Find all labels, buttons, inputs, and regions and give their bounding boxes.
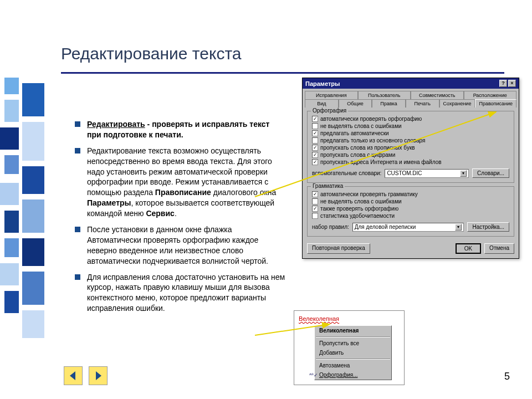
tab-spelling[interactable]: Правописание [475, 99, 516, 108]
next-slide-button[interactable] [89, 366, 108, 385]
ctx-spelling[interactable]: ᴬᴮ✓ Орфография... [315, 370, 391, 380]
bullet-icon [75, 148, 80, 154]
tab-view[interactable]: Вид [305, 99, 339, 108]
group-spelling: Орфография ✓автоматически проверять орфо… [307, 111, 514, 183]
ctx-ignore-all[interactable]: Пропустить все [315, 339, 391, 348]
tab-general[interactable]: Общие [339, 99, 372, 108]
tab-print[interactable]: Печать [406, 99, 439, 108]
arrow-right-icon [93, 370, 104, 381]
bullet-item: После установки в данном окне флажка Авт… [75, 224, 285, 267]
help-icon[interactable]: ? [499, 80, 507, 87]
checkbox[interactable]: ✓ [312, 130, 318, 136]
spellcheck-context: Велеколепная Великолепная Пропустить все… [294, 310, 405, 385]
page-number: 5 [504, 371, 510, 382]
bullet-list: Редактировать - проверять и исправлять т… [75, 119, 285, 319]
recheck-button[interactable]: Повторная проверка [307, 243, 370, 254]
parameters-dialog: Параметры ? × Исправления Пользователь С… [302, 78, 519, 259]
prev-slide-button[interactable] [64, 366, 83, 385]
slide-title: Редактирование текста [61, 44, 299, 63]
title-divider [61, 72, 504, 74]
rules-select[interactable]: Для деловой переписки ▾ [352, 223, 464, 232]
checkbox[interactable] [312, 198, 318, 204]
close-icon[interactable]: × [508, 80, 516, 87]
tab-edit[interactable]: Правка [372, 99, 406, 108]
ctx-add[interactable]: Добавить [315, 348, 391, 357]
dictionaries-button[interactable]: Словари... [472, 168, 509, 178]
tab-compat[interactable]: Совместимость [411, 91, 464, 99]
checkbox[interactable]: ✓ [312, 116, 318, 122]
checkbox[interactable]: ✓ [312, 159, 318, 165]
group-grammar: Грамматика ✓автоматически проверять грам… [307, 186, 514, 237]
aux-dict-label: вспомогательные словари: [312, 170, 381, 176]
checkbox[interactable]: ✓ [312, 145, 318, 151]
checkbox[interactable]: ✓ [312, 152, 318, 158]
chevron-down-icon: ▾ [455, 224, 462, 231]
dialog-title-text: Параметры [305, 80, 340, 87]
bullet-item: Редактирование текста возможно осуществл… [75, 146, 285, 219]
abc-check-icon: ᴬᴮ✓ [309, 372, 317, 378]
rules-label: набор правил: [312, 224, 349, 230]
arrow-left-icon [68, 370, 79, 381]
checkbox[interactable] [312, 137, 318, 144]
tabs-row-1: Исправления Пользователь Совместимость Р… [303, 89, 519, 108]
aux-dict-select[interactable]: CUSTOM.DIC ▾ [385, 169, 469, 178]
checkbox[interactable]: ✓ [312, 206, 318, 212]
checkbox[interactable] [312, 123, 318, 129]
bullet-item: Редактировать - проверять и исправлять т… [75, 119, 285, 140]
ctx-suggestion[interactable]: Великолепная [315, 326, 391, 335]
bullet-icon [75, 121, 80, 127]
group-spelling-label: Орфография [311, 108, 348, 114]
tab-save[interactable]: Сохранение [439, 99, 475, 108]
tab-user[interactable]: Пользователь [358, 91, 411, 99]
settings-button[interactable]: Настройка... [467, 222, 509, 232]
checkbox[interactable]: ✓ [312, 191, 318, 197]
misspelled-word: Велеколепная [299, 315, 400, 322]
tab-corrections[interactable]: Исправления [305, 91, 358, 99]
chevron-down-icon: ▾ [460, 170, 467, 177]
bullet-icon [75, 227, 80, 232]
dialog-titlebar: Параметры ? × [303, 78, 519, 89]
checkbox[interactable] [312, 213, 318, 219]
tab-location[interactable]: Расположение [464, 91, 517, 99]
context-menu: Великолепная Пропустить все Добавить Авт… [314, 325, 392, 380]
decorative-sidebar [0, 0, 50, 399]
bullet-item: Для исправления слова достаточно установ… [75, 272, 285, 314]
ctx-autoreplace[interactable]: Автозамена [315, 361, 391, 370]
slide-main: Редактирование текста [61, 44, 299, 96]
ok-button[interactable]: OK [456, 243, 481, 254]
group-grammar-label: Грамматика [311, 183, 345, 189]
cancel-button[interactable]: Отмена [484, 243, 514, 254]
bullet-icon [75, 274, 80, 280]
